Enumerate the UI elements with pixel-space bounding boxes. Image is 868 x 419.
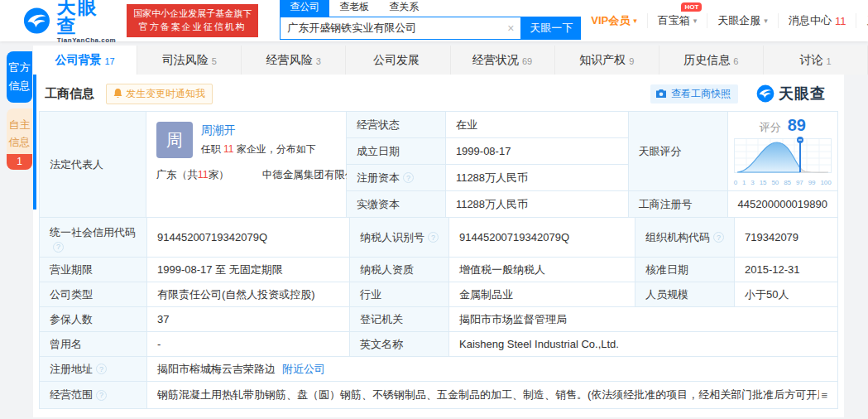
notify-on-change-button[interactable]: 发生变更时通知我 bbox=[106, 84, 213, 104]
field-label: 经营状态 bbox=[347, 112, 446, 138]
search-button[interactable]: 天眼一下 bbox=[521, 17, 581, 40]
logo-title: 天眼查 bbox=[57, 0, 117, 36]
field-label: 营业期限 bbox=[40, 258, 147, 282]
tianyancha-eye-icon bbox=[756, 84, 774, 103]
table-row: 参保人数 37 登记机关 揭阳市市场监督管理局 bbox=[40, 307, 837, 332]
clear-search-icon[interactable]: × bbox=[501, 22, 520, 35]
search-input[interactable] bbox=[281, 22, 501, 35]
field-label: 登记机关 bbox=[350, 307, 449, 332]
field-label: 公司类型 bbox=[40, 282, 147, 307]
message-center[interactable]: 消息中心 11 bbox=[778, 13, 856, 28]
field-value: 有限责任公司(自然人投资或控股) bbox=[147, 282, 350, 307]
field-label: 统一社会信用代码 bbox=[40, 218, 147, 258]
field-label: 成立日期 bbox=[347, 138, 446, 165]
company-count: 11 bbox=[223, 143, 233, 155]
score-subtable: 天眼评分 评分 89 bbox=[629, 112, 837, 218]
legal-rep-cell: 周 周潮开 任职 11 家企业，分布如下 广东（共11家） bbox=[146, 112, 347, 218]
side-tab-self-info[interactable]: 自主信息 bbox=[7, 108, 32, 154]
score-curve-chart bbox=[734, 135, 832, 178]
tab-operating-risk[interactable]: 经营风险3 bbox=[242, 46, 346, 75]
search-tab-boss[interactable]: 查老板 bbox=[329, 0, 379, 17]
field-label: 实缴资本 bbox=[347, 191, 446, 218]
tab-intellectual-property[interactable]: 知识产权9 bbox=[555, 46, 659, 75]
table-row: 经营范围 钢筋混凝土用热轧带肋钢筋、盘（圆）钢筋、不锈钢制品、五金制品的加工、制… bbox=[40, 382, 837, 408]
field-label: 法定代表人 bbox=[40, 112, 146, 218]
watermark-logo: 天眼查 bbox=[756, 84, 826, 104]
side-tab-official-info[interactable]: 官方信息 bbox=[7, 51, 32, 103]
tab-judicial-risk[interactable]: 司法风险5 bbox=[137, 46, 242, 75]
field-value: 445200000019890 bbox=[728, 191, 837, 218]
enterprise-service-menu[interactable]: 天眼企服▾ bbox=[707, 13, 778, 28]
camera-icon bbox=[655, 89, 667, 99]
tab-operating-status[interactable]: 经营状况69 bbox=[451, 46, 555, 75]
field-value: 揭阳市榕城梅云吉荣路边 附近公司 bbox=[147, 357, 837, 382]
search-area: 查公司 查老板 查关系 × 天眼一下 bbox=[280, 0, 581, 40]
business-info-card: 工商信息 发生变更时通知我 查看工商快照 天眼查 法定代表人 周 bbox=[33, 75, 844, 417]
field-value: 小于50人 bbox=[735, 282, 837, 307]
view-business-snapshot-button[interactable]: 查看工商快照 bbox=[650, 84, 738, 104]
tab-company-background[interactable]: 公司背景17 bbox=[33, 46, 137, 75]
field-label: 曾用名 bbox=[40, 332, 147, 357]
nearby-companies-link[interactable]: 附近公司 bbox=[282, 362, 325, 377]
help-icon[interactable] bbox=[96, 364, 107, 374]
search-tab-relation[interactable]: 查关系 bbox=[379, 0, 429, 17]
tianyan-score-chart[interactable]: 评分 89 bbox=[728, 112, 837, 191]
tab-discussion[interactable]: 讨论1 bbox=[764, 46, 868, 75]
logo-domain: TianYanCha.com bbox=[57, 37, 117, 44]
region-summary: 广东（共11家） bbox=[156, 168, 229, 182]
side-tabs: 官方信息 自主信息 1 bbox=[7, 51, 32, 170]
field-value: 1999-08-17 至 无固定期限 bbox=[147, 258, 350, 282]
field-value: 11288万人民币 bbox=[446, 165, 628, 191]
field-label: 经营范围 bbox=[40, 382, 147, 408]
field-label: 纳税人资质 bbox=[350, 258, 449, 282]
search-tab-company[interactable]: 查公司 bbox=[280, 0, 329, 17]
side-rail bbox=[33, 75, 36, 210]
field-label: 纳税人识别号 bbox=[350, 218, 449, 258]
table-row: 统一社会信用代码 91445200719342079Q 纳税人识别号 91445… bbox=[40, 218, 837, 258]
field-value: - bbox=[147, 332, 350, 357]
status-subtable: 经营状态 在业 成立日期 1999-08-17 注册资本 11288万人民币 实… bbox=[347, 112, 629, 218]
table-row: 注册地址 揭阳市榕城梅云吉荣路边 附近公司 bbox=[40, 357, 837, 382]
table-row: 公司类型 有限责任公司(自然人投资或控股) 行业 金属制品业 人员规模 小于50… bbox=[40, 282, 837, 307]
field-value: 增值税一般纳税人 bbox=[449, 258, 635, 282]
field-value: 1999-08-17 bbox=[446, 138, 628, 165]
help-icon[interactable] bbox=[53, 242, 64, 253]
field-value: 91445200719342079Q bbox=[147, 218, 350, 258]
chevron-down-icon: ▾ bbox=[633, 17, 637, 25]
user-menu[interactable]: 又又又又... ▾ bbox=[856, 13, 868, 28]
score-axis-ticks: 0131550859799100 bbox=[734, 179, 832, 186]
field-value: 11288万人民币 bbox=[446, 191, 628, 218]
user-nav: VIP会员▾ HOT 百宝箱▾ 天眼企服▾ 消息中心 11 又又又又... ▾ bbox=[581, 13, 868, 28]
field-label: 组织机构代码 bbox=[635, 218, 735, 258]
field-value: 37 bbox=[147, 307, 350, 332]
field-label: 行业 bbox=[350, 282, 449, 307]
help-icon[interactable] bbox=[428, 232, 439, 243]
help-icon[interactable] bbox=[403, 172, 414, 183]
help-icon[interactable] bbox=[713, 232, 724, 243]
field-value: Kaisheng Steel Industrial Co.,Ltd. bbox=[449, 332, 837, 357]
search-tabs: 查公司 查老板 查关系 bbox=[280, 0, 581, 17]
table-row: 曾用名 - 英文名称 Kaisheng Steel Industrial Co.… bbox=[40, 332, 837, 357]
gov-certification-badge: 国家中小企业发展子基金旗下 官方备案企业征信机构 bbox=[127, 4, 258, 37]
legal-rep-name-link[interactable]: 周潮开 bbox=[201, 123, 316, 138]
bell-icon bbox=[113, 89, 122, 99]
table-row: 营业期限 1999-08-17 至 无固定期限 纳税人资质 增值税一般纳税人 核… bbox=[40, 258, 837, 282]
business-info-table: 法定代表人 周 周潮开 任职 11 家企业，分布如下 bbox=[39, 111, 838, 409]
field-value: 在业 bbox=[446, 112, 628, 138]
avatar[interactable]: 周 bbox=[156, 122, 193, 158]
chevron-down-icon: ▾ bbox=[764, 17, 768, 25]
field-value: 2015-12-31 bbox=[735, 258, 837, 282]
expand-more-icon[interactable]: ≡ bbox=[821, 389, 827, 402]
company-section-tabs: 公司背景17 司法风险5 经营风险3 公司发展 经营状况69 知识产权9 历史信… bbox=[33, 46, 868, 75]
field-label: 英文名称 bbox=[350, 332, 449, 357]
chevron-down-icon: ▾ bbox=[693, 17, 698, 25]
field-value: 揭阳市市场监督管理局 bbox=[449, 307, 837, 332]
field-label: 天眼评分 bbox=[629, 112, 728, 191]
tianyancha-logo[interactable]: 天眼查 TianYanCha.com bbox=[23, 0, 117, 44]
help-icon[interactable] bbox=[96, 390, 107, 401]
toolbox-menu[interactable]: HOT 百宝箱▾ bbox=[647, 13, 707, 28]
vip-menu[interactable]: VIP会员▾ bbox=[581, 13, 647, 28]
tab-company-development[interactable]: 公司发展 bbox=[346, 46, 450, 75]
tab-history-info[interactable]: 历史信息6 bbox=[659, 46, 764, 75]
field-label: 参保人数 bbox=[40, 307, 147, 332]
